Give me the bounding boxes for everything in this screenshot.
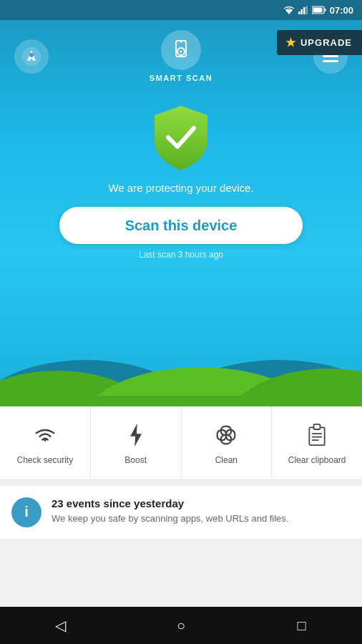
clipboard-icon xyxy=(305,422,328,448)
bolt-icon xyxy=(124,422,147,448)
svg-point-13 xyxy=(180,51,182,53)
svg-rect-4 xyxy=(305,6,308,14)
check-security-action[interactable]: Check security xyxy=(0,406,91,479)
last-scan-text: Last scan 3 hours ago xyxy=(139,250,223,260)
events-card: i 23 events since yesterday We keep you … xyxy=(0,486,362,539)
wifi-icon xyxy=(34,422,57,448)
shield-svg xyxy=(149,104,213,172)
spin-icon xyxy=(215,422,238,448)
shield xyxy=(149,104,213,172)
battery-icon xyxy=(312,6,326,14)
events-text: 23 events since yesterday We keep you sa… xyxy=(52,497,288,525)
status-time: 07:00 xyxy=(330,5,353,16)
boost-action[interactable]: Boost xyxy=(91,406,182,479)
star-icon: ★ xyxy=(285,36,296,49)
avast-logo-button[interactable] xyxy=(14,39,49,74)
svg-rect-1 xyxy=(298,11,300,14)
recent-button[interactable]: □ xyxy=(280,611,323,640)
events-description: We keep you safe by scanning apps, web U… xyxy=(52,512,288,525)
boost-label: Boost xyxy=(124,455,147,467)
clean-label: Clean xyxy=(215,455,238,467)
scan-phone-icon xyxy=(170,39,192,61)
quick-actions: Check security Boost xyxy=(0,406,362,480)
svg-rect-22 xyxy=(0,396,362,406)
events-title: 23 events since yesterday xyxy=(52,497,288,509)
svg-rect-16 xyxy=(323,60,338,62)
bottom-nav-bar: ◁ ○ □ xyxy=(0,607,362,644)
smart-scan-nav[interactable]: SMART SCAN xyxy=(150,30,212,82)
svg-marker-0 xyxy=(285,10,293,14)
hills-svg xyxy=(0,328,362,406)
upgrade-label: UPGRADE xyxy=(300,37,352,48)
back-button[interactable]: ◁ xyxy=(39,611,82,640)
info-icon: i xyxy=(11,497,41,527)
signal-icon xyxy=(298,6,308,14)
scan-btn-container: Scan this device Last scan 3 hours ago xyxy=(0,207,362,260)
home-button[interactable]: ○ xyxy=(160,611,202,640)
protection-text: We are protecting your device. xyxy=(0,182,362,194)
svg-rect-24 xyxy=(314,424,321,429)
main-area: SMART SCAN ★ UPGRADE xyxy=(0,20,362,607)
bottom-section: Check security Boost xyxy=(0,406,362,607)
avast-logo-icon xyxy=(21,47,41,67)
scan-button[interactable]: Scan this device xyxy=(59,207,303,244)
clear-clipboard-action[interactable]: Clear clipboard xyxy=(272,406,362,479)
status-bar: 07:00 xyxy=(0,0,362,20)
svg-rect-23 xyxy=(309,427,324,445)
smart-scan-label: SMART SCAN xyxy=(150,74,212,82)
svg-rect-7 xyxy=(313,8,322,13)
shield-container xyxy=(0,104,362,172)
svg-rect-3 xyxy=(303,7,305,14)
clean-action[interactable]: Clean xyxy=(182,406,273,479)
hills-landscape xyxy=(0,328,362,406)
svg-point-9 xyxy=(29,53,34,57)
svg-rect-6 xyxy=(324,9,326,11)
smart-scan-icon xyxy=(161,30,201,70)
check-security-label: Check security xyxy=(17,455,74,467)
svg-rect-2 xyxy=(300,9,303,14)
upgrade-button[interactable]: ★ UPGRADE xyxy=(277,30,362,55)
status-icons: 07:00 xyxy=(283,5,353,16)
wifi-status-icon xyxy=(283,6,295,14)
clear-clipboard-label: Clear clipboard xyxy=(288,455,346,467)
top-section: SMART SCAN ★ UPGRADE xyxy=(0,20,362,406)
